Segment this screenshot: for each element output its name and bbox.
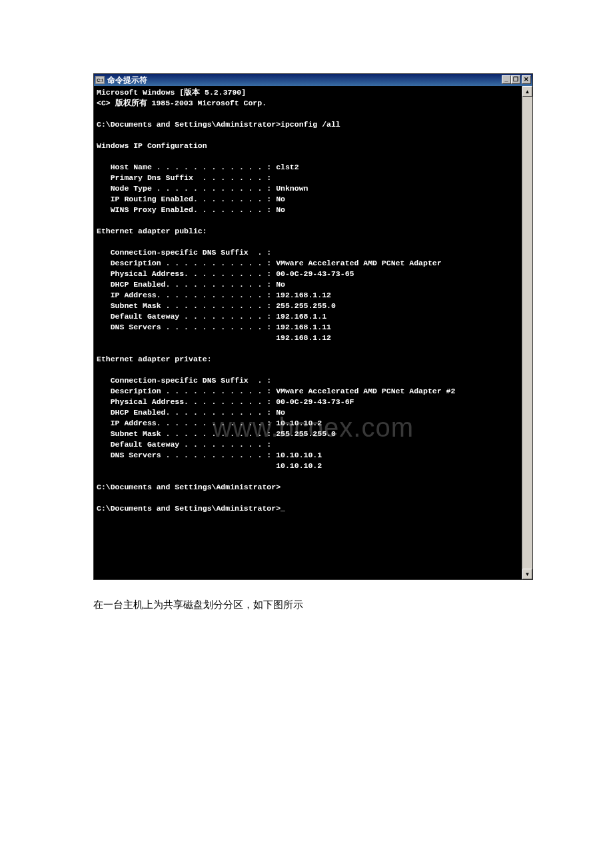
window-titlebar[interactable]: C:\ 命令提示符 _ ❐ ✕ xyxy=(94,74,532,86)
vertical-scrollbar[interactable]: ▲ ▼ xyxy=(522,86,532,579)
minimize-button[interactable]: _ xyxy=(502,75,511,84)
document-container: C:\ 命令提示符 _ ❐ ✕ Microsoft Windows [版本 5.… xyxy=(93,73,520,611)
terminal-output[interactable]: Microsoft Windows [版本 5.2.3790] <C> 版权所有… xyxy=(94,86,522,579)
terminal-body: Microsoft Windows [版本 5.2.3790] <C> 版权所有… xyxy=(94,86,532,579)
window-title: 命令提示符 xyxy=(107,75,147,86)
scroll-down-button[interactable]: ▼ xyxy=(522,569,532,579)
close-button[interactable]: ✕ xyxy=(522,75,531,84)
scroll-up-button[interactable]: ▲ xyxy=(522,86,532,97)
caption-text: 在一台主机上为共享磁盘划分分区，如下图所示 xyxy=(93,599,520,611)
command-prompt-window: C:\ 命令提示符 _ ❐ ✕ Microsoft Windows [版本 5.… xyxy=(93,73,533,580)
maximize-button[interactable]: ❐ xyxy=(511,75,520,84)
window-controls: _ ❐ ✕ xyxy=(502,75,531,84)
cmd-icon: C:\ xyxy=(95,76,105,84)
